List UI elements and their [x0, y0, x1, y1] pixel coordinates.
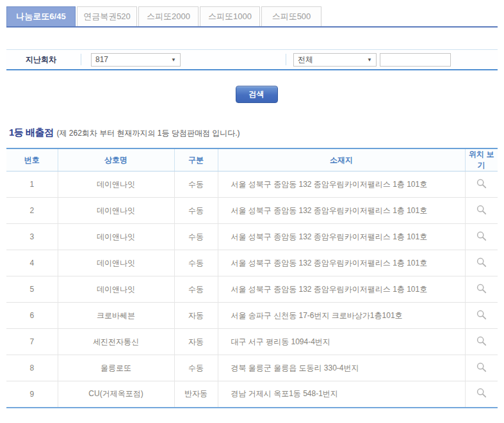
view-location-cell — [465, 250, 498, 276]
row-number: 1 — [6, 172, 58, 198]
magnifier-icon[interactable] — [476, 204, 487, 216]
table-body: 1데이앤나잇수동서울 성북구 종암동 132 종암우림카이저팰리스 1층 101… — [6, 172, 498, 408]
row-number: 2 — [6, 198, 58, 224]
magnifier-icon[interactable] — [476, 309, 487, 321]
magnifier-icon[interactable] — [476, 362, 487, 373]
winning-stores-table-wrap: 번호 상호명 구분 소재지 위치 보기 1데이앤나잇수동서울 성북구 종암동 1… — [6, 148, 498, 408]
page-title: 1등 배출점 — [9, 127, 54, 139]
filter-divider — [81, 54, 81, 65]
view-location-cell — [465, 224, 498, 250]
view-location-cell — [465, 381, 498, 408]
store-address: 서울 송파구 신천동 17-6번지 크로바상가1층101호 — [218, 303, 465, 329]
search-button-row: 검색 — [0, 86, 504, 103]
entry-type: 수동 — [174, 250, 218, 276]
row-number: 6 — [6, 303, 58, 329]
view-location-cell — [465, 355, 498, 381]
row-number: 4 — [6, 250, 58, 276]
table-header: 번호 상호명 구분 소재지 위치 보기 — [6, 148, 498, 172]
view-location-cell — [465, 172, 498, 198]
store-address: 경남 거제시 옥포1동 548-1번지 — [218, 381, 465, 408]
store-name: 크로바쎄븐 — [58, 303, 174, 329]
entry-type: 수동 — [174, 224, 218, 250]
store-address: 대구 서구 평리동 1094-4번지 — [218, 329, 465, 355]
chevron-down-icon: ▼ — [171, 57, 176, 63]
row-number: 9 — [6, 381, 58, 408]
tab-speetto-1000[interactable]: 스피또1000 — [200, 6, 260, 26]
store-name: 데이앤나잇 — [58, 198, 174, 224]
magnifier-icon[interactable] — [476, 257, 487, 268]
search-filter-bar: 지난회차 817 ▼ 전체 ▼ — [6, 49, 498, 70]
store-address: 경북 울릉군 울릉읍 도동리 330-4번지 — [218, 355, 465, 381]
winning-stores-table: 번호 상호명 구분 소재지 위치 보기 1데이앤나잇수동서울 성북구 종암동 1… — [6, 148, 498, 408]
tab-lotto-645[interactable]: 나눔로또6/45 — [6, 6, 76, 26]
entry-type: 수동 — [174, 355, 218, 381]
view-location-cell — [465, 329, 498, 355]
header-no: 번호 — [6, 148, 58, 172]
row-number: 3 — [6, 224, 58, 250]
store-name: 데이앤나잇 — [58, 276, 174, 303]
row-number: 8 — [6, 355, 58, 381]
store-address: 서울 성북구 종암동 132 종암우림카이저팰리스 1층 101호 — [218, 198, 465, 224]
store-name: 세진전자통신 — [58, 329, 174, 355]
view-location-cell — [465, 276, 498, 303]
table-row: 4데이앤나잇수동서울 성북구 종암동 132 종암우림카이저팰리스 1층 101… — [6, 250, 498, 276]
table-row: 3데이앤나잇수동서울 성북구 종암동 132 종암우림카이저팰리스 1층 101… — [6, 224, 498, 250]
view-location-cell — [465, 198, 498, 224]
keyword-input[interactable] — [380, 53, 451, 67]
magnifier-icon[interactable] — [476, 335, 487, 347]
magnifier-icon[interactable] — [476, 387, 487, 399]
tab-pension-520[interactable]: 연금복권520 — [77, 6, 137, 26]
page-subtitle: (제 262회차 부터 현재까지의 1등 당첨판매점 입니다.) — [57, 128, 240, 139]
store-address: 서울 성북구 종암동 132 종암우림카이저팰리스 1층 101호 — [218, 276, 465, 303]
header-address: 소재지 — [218, 148, 465, 172]
lottery-winning-stores-page: 나눔로또6/45 연금복권520 스피또2000 스피또1000 스피또500 … — [0, 0, 504, 423]
search-button[interactable]: 검색 — [236, 86, 278, 103]
entry-type: 수동 — [174, 172, 218, 198]
store-name: 울릉로또 — [58, 355, 174, 381]
past-round-label: 지난회차 — [26, 54, 64, 65]
row-number: 5 — [6, 276, 58, 303]
entry-type: 수동 — [174, 276, 218, 303]
entry-type: 수동 — [174, 198, 218, 224]
table-row: 5데이앤나잇수동서울 성북구 종암동 132 종암우림카이저팰리스 1층 101… — [6, 276, 498, 303]
store-name: 데이앤나잇 — [58, 172, 174, 198]
table-row: 8울릉로또수동경북 울릉군 울릉읍 도동리 330-4번지 — [6, 355, 498, 381]
view-location-cell — [465, 303, 498, 329]
lottery-product-tabs: 나눔로또6/45 연금복권520 스피또2000 스피또1000 스피또500 — [6, 6, 498, 28]
region-select-value: 전체 — [298, 54, 313, 65]
header-type: 구분 — [174, 148, 218, 172]
header-view-location: 위치 보기 — [465, 148, 498, 172]
table-row: 2데이앤나잇수동서울 성북구 종암동 132 종암우림카이저팰리스 1층 101… — [6, 198, 498, 224]
table-row: 1데이앤나잇수동서울 성북구 종암동 132 종암우림카이저팰리스 1층 101… — [6, 172, 498, 198]
store-name: 데이앤나잇 — [58, 224, 174, 250]
store-name: 데이앤나잇 — [58, 250, 174, 276]
tab-speetto-2000[interactable]: 스피또2000 — [138, 6, 199, 26]
row-number: 7 — [6, 329, 58, 355]
magnifier-icon[interactable] — [476, 283, 487, 294]
tab-speetto-500[interactable]: 스피또500 — [261, 6, 321, 26]
region-select[interactable]: 전체 ▼ — [293, 53, 377, 67]
store-address: 서울 성북구 종암동 132 종암우림카이저팰리스 1층 101호 — [218, 172, 465, 198]
magnifier-icon[interactable] — [476, 230, 487, 242]
section-header: 1등 배출점 (제 262회차 부터 현재까지의 1등 당첨판매점 입니다.) — [9, 127, 498, 139]
table-row: 9CU(거제옥포점)반자동경남 거제시 옥포1동 548-1번지 — [6, 381, 498, 408]
table-row: 6크로바쎄븐자동서울 송파구 신천동 17-6번지 크로바상가1층101호 — [6, 303, 498, 329]
entry-type: 자동 — [174, 303, 218, 329]
chevron-down-icon: ▼ — [367, 57, 372, 63]
table-row: 7세진전자통신자동대구 서구 평리동 1094-4번지 — [6, 329, 498, 355]
store-address: 서울 성북구 종암동 132 종암우림카이저팰리스 1층 101호 — [218, 250, 465, 276]
filter-divider — [286, 54, 286, 65]
magnifier-icon[interactable] — [476, 178, 487, 189]
store-name: CU(거제옥포점) — [58, 381, 174, 408]
store-address: 서울 성북구 종암동 132 종암우림카이저팰리스 1층 101호 — [218, 224, 465, 250]
entry-type: 반자동 — [174, 381, 218, 408]
round-select[interactable]: 817 ▼ — [91, 53, 181, 67]
round-select-value: 817 — [95, 55, 108, 64]
header-store-name: 상호명 — [58, 148, 174, 172]
entry-type: 자동 — [174, 329, 218, 355]
